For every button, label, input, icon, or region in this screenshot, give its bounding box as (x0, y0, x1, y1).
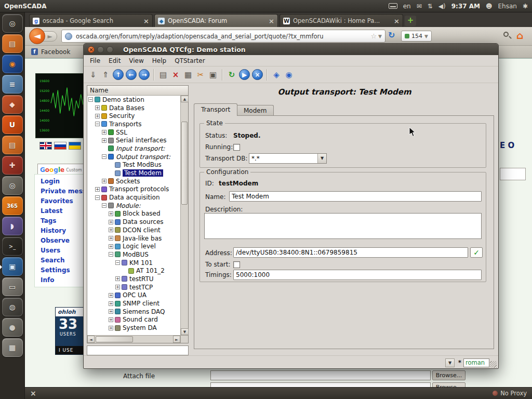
scroll-down-icon[interactable]: ▼ (181, 328, 189, 335)
tree-item[interactable]: +Java-like bas (87, 234, 180, 243)
tree-item[interactable]: +testTCP (87, 283, 180, 291)
browser-tab[interactable]: WOpenSCADAWiki : Home Pa...× (280, 14, 403, 27)
browse-button-1[interactable]: Browse... (432, 370, 466, 380)
launcher-screenshot-tool[interactable]: ◎ (2, 176, 23, 195)
tree-item[interactable]: −Output transport: (87, 153, 180, 161)
reload-button[interactable]: ↻ (388, 30, 395, 40)
expand-minus-icon[interactable]: − (95, 122, 100, 126)
launcher-folder[interactable]: ▤ (2, 136, 23, 154)
expand-plus-icon[interactable]: + (95, 114, 100, 118)
keyboard-layout[interactable]: en (403, 3, 411, 10)
paste-item-button[interactable]: ▣ (207, 69, 219, 81)
hscroll-thumb[interactable] (96, 336, 133, 342)
forum-link-settings[interactable]: Settings (41, 265, 86, 275)
tree-item[interactable]: +Siemens DAQ (87, 308, 180, 316)
tree-vscrollbar[interactable]: ▲ ▼ (180, 96, 188, 335)
expand-plus-icon[interactable]: + (109, 220, 113, 224)
name-input[interactable] (229, 191, 482, 202)
trend-chart-thumbnail[interactable]: 156001520014800144001400013600 (35, 73, 84, 138)
forum-link-favorites[interactable]: Favorites (41, 196, 86, 206)
tree-item[interactable]: +Data sources (87, 218, 180, 226)
tree-item[interactable]: +System DA (87, 324, 180, 332)
tab-close-icon[interactable]: × (143, 17, 149, 25)
menu-file[interactable]: File (86, 56, 104, 66)
expand-minus-icon[interactable]: − (109, 252, 113, 257)
save-to-db-button[interactable]: ⇑ (99, 69, 112, 81)
launcher-text-editor[interactable]: ≡ (2, 75, 23, 94)
mail-icon[interactable]: ✉ (417, 3, 422, 10)
page-input-fragment[interactable] (500, 168, 526, 180)
volume-icon[interactable]: ◀) (438, 3, 446, 10)
stop-button[interactable]: × (252, 69, 263, 80)
clock[interactable]: 9:37 AM (451, 3, 480, 10)
forum-link-tags[interactable]: Tags (41, 216, 86, 226)
site-identity-icon[interactable] (65, 33, 72, 40)
launcher-messenger[interactable]: ◗ (2, 217, 23, 235)
launcher-cd-burner[interactable]: ◍ (2, 298, 23, 316)
url-dropdown-icon[interactable]: ▼ (378, 34, 382, 39)
launcher-ubuntu-one[interactable]: U (2, 115, 23, 134)
expand-plus-icon[interactable]: + (109, 293, 113, 298)
tree-item[interactable]: AT 101_2 (87, 267, 180, 275)
forum-link-latest[interactable]: Latest (41, 206, 86, 216)
expand-plus-icon[interactable]: + (109, 309, 113, 314)
expand-plus-icon[interactable]: + (109, 228, 113, 232)
tab-close-icon[interactable]: × (269, 17, 274, 25)
expand-plus-icon[interactable]: + (102, 130, 107, 135)
expand-plus-icon[interactable]: + (115, 285, 120, 289)
launcher-badge-365[interactable]: 365 (2, 196, 23, 215)
launcher-dash-home[interactable]: ◎ (2, 14, 23, 33)
search-icon[interactable] (503, 32, 509, 37)
expand-plus-icon[interactable]: + (109, 211, 113, 216)
tree-item[interactable]: Test ModBus (87, 161, 180, 169)
attach-file-input-1[interactable] (210, 370, 431, 380)
forum-link-observe[interactable]: Observe (41, 236, 86, 246)
launcher-openscada-qtcfg[interactable]: ▣ (2, 257, 23, 276)
back-button[interactable]: ← (126, 69, 137, 80)
forward-button[interactable]: → (139, 69, 150, 80)
qtcfg-settings-button[interactable]: ◉ (283, 69, 295, 81)
tree-item[interactable]: Input transport: (87, 144, 180, 153)
tab-close-icon[interactable]: × (394, 17, 400, 25)
tree-item[interactable]: Test Modem (87, 169, 180, 177)
tree-item[interactable]: −Data acquisition (87, 193, 180, 202)
new-tab-button[interactable]: + (405, 16, 416, 26)
combo-dropdown-icon[interactable]: ▼ (317, 154, 326, 163)
window-minimize-icon[interactable] (97, 46, 104, 53)
start-button[interactable]: ▶ (239, 69, 250, 80)
forum-link-history[interactable]: History (41, 226, 86, 236)
expand-minus-icon[interactable]: − (88, 97, 93, 102)
tab-transport[interactable]: Transport (194, 103, 237, 116)
expand-minus-icon[interactable]: − (102, 154, 107, 159)
expand-minus-icon[interactable]: − (95, 195, 100, 200)
url-bar[interactable]: oscada.org/en/forum/reply/adaption/opens… (61, 30, 385, 43)
forum-link-users[interactable]: Users (41, 246, 86, 256)
forum-link-login[interactable]: Login (41, 177, 86, 187)
menu-view[interactable]: View (125, 56, 148, 66)
tree-item[interactable]: +Data Bases (87, 104, 180, 112)
statusbar-combo[interactable]: ▼ (445, 358, 455, 367)
forum-link-search[interactable]: Search (41, 256, 86, 265)
launcher-file-manager[interactable]: ▤ (2, 34, 23, 53)
timings-input[interactable] (233, 270, 482, 280)
load-from-db-button[interactable]: ⇓ (87, 69, 99, 81)
flag-ukraine-icon[interactable] (69, 142, 81, 150)
scroll-right-icon[interactable]: ► (173, 336, 180, 343)
tree-item[interactable]: +testRTU (87, 275, 180, 283)
tree-item[interactable]: +Block based (87, 210, 180, 218)
counter-dropdown-icon[interactable]: ▼ (424, 34, 428, 39)
expand-plus-icon[interactable]: + (95, 187, 100, 192)
keyboard-indicator-icon[interactable] (389, 3, 397, 9)
tree-column-header[interactable]: Name (87, 86, 188, 96)
expand-minus-icon[interactable]: − (115, 260, 120, 265)
tree-item[interactable]: +SSL (87, 128, 180, 137)
attach-file-input-2[interactable] (210, 382, 431, 387)
expand-plus-icon[interactable]: + (95, 105, 100, 110)
tree-item[interactable]: +Serial interfaces (87, 136, 180, 144)
launcher-software-center[interactable]: ◆ (2, 95, 23, 114)
launcher-keyboard-settings[interactable]: ▦ (2, 338, 23, 357)
tree-item[interactable]: −Demo station (87, 96, 180, 104)
window-maximize-icon[interactable] (107, 46, 113, 53)
refresh-button[interactable]: ↻ (225, 69, 238, 81)
close-findbar-icon[interactable]: × (30, 389, 36, 397)
